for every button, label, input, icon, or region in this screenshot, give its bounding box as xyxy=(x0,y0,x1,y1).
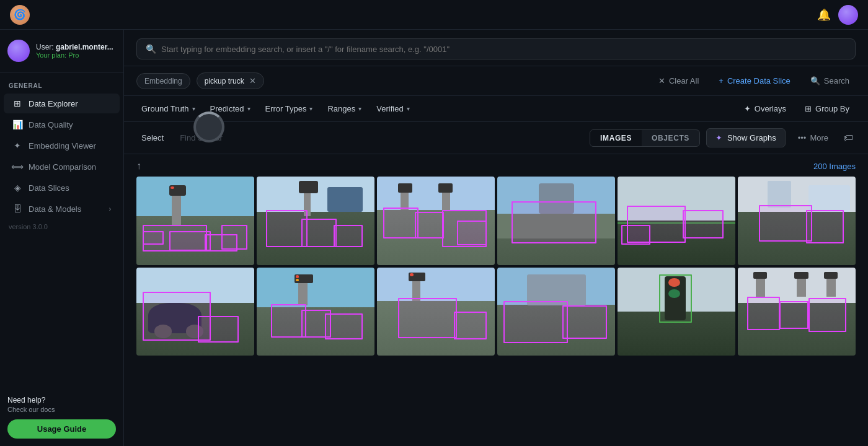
sidebar-user-avatar xyxy=(7,40,30,62)
filter-tag-embedding[interactable]: Embedding xyxy=(136,73,190,89)
search-button[interactable]: 🔍 Search xyxy=(804,73,856,89)
create-data-slice-button[interactable]: + Create Data Slice xyxy=(712,73,796,89)
select-button[interactable]: Select xyxy=(136,130,169,146)
chart-icon: 📊 xyxy=(12,120,22,129)
tag-button[interactable]: 🏷 xyxy=(841,130,856,146)
error-types-label: Error Types xyxy=(265,104,307,113)
grid-icon: ⊞ xyxy=(12,98,22,108)
graph-icon: ✦ xyxy=(715,133,722,142)
sidebar-item-data-explorer[interactable]: ⊞ Data Explorer xyxy=(4,94,120,113)
image-thumbnail xyxy=(377,268,495,356)
topbar-right: 🔔 xyxy=(817,5,858,25)
loading-spinner xyxy=(193,112,224,142)
image-cell[interactable] xyxy=(377,268,495,356)
sidebar-item-label: Embedding Viewer xyxy=(29,141,96,151)
find-similar-wrapper: Find Similar xyxy=(175,130,228,146)
overlays-icon: ✦ xyxy=(744,104,751,113)
image-cell[interactable] xyxy=(257,268,374,356)
more-label: More xyxy=(810,133,828,142)
image-cell[interactable] xyxy=(738,177,856,265)
show-graphs-button[interactable]: ✦ Show Graphs xyxy=(706,128,786,147)
sidebar-item-label: Data & Models xyxy=(29,204,81,214)
sidebar-item-label: Data Quality xyxy=(29,120,73,129)
predicted-label: Predicted xyxy=(210,104,244,113)
group-by-icon: ⊞ xyxy=(805,104,812,113)
search-input[interactable] xyxy=(161,45,846,54)
user-avatar[interactable] xyxy=(838,5,858,25)
verified-dropdown[interactable]: Verified ▾ xyxy=(371,101,414,116)
image-cell[interactable] xyxy=(257,177,374,265)
ground-truth-dropdown[interactable]: Ground Truth ▾ xyxy=(136,101,200,116)
sidebar-item-embedding-viewer[interactable]: ✦ Embedding Viewer xyxy=(4,136,120,155)
app-logo: 🌀 xyxy=(10,5,30,25)
search-input-wrapper: 🔍 xyxy=(136,38,856,59)
filter-bar: Embedding pickup truck ✕ ✕ Clear All + C… xyxy=(124,66,868,96)
sidebar-item-data-quality[interactable]: 📊 Data Quality xyxy=(4,115,120,134)
image-count-bar: ↑ 200 Images xyxy=(136,154,856,177)
image-cell[interactable] xyxy=(738,268,856,356)
ranges-label: Ranges xyxy=(327,104,355,113)
sidebar-user-section: User: gabriel.monter... Your plan: Pro xyxy=(0,30,123,72)
ranges-dropdown[interactable]: Ranges ▾ xyxy=(322,101,366,116)
image-cell[interactable] xyxy=(136,177,254,265)
images-toggle-button[interactable]: IMAGES xyxy=(590,130,642,146)
more-button[interactable]: ••• More xyxy=(792,129,835,147)
compare-icon: ⟺ xyxy=(12,162,22,172)
caret-down-icon: ▾ xyxy=(309,105,312,112)
image-thumbnail xyxy=(497,177,615,265)
upload-icon[interactable]: ↑ xyxy=(136,160,141,172)
sidebar: User: gabriel.monter... Your plan: Pro G… xyxy=(0,0,124,446)
plus-icon: + xyxy=(719,76,724,85)
search-label: Search xyxy=(824,76,849,85)
more-dots-icon: ••• xyxy=(798,133,807,142)
image-grid-row-1 xyxy=(136,177,856,265)
sidebar-item-label: Data Explorer xyxy=(29,99,78,108)
image-cell[interactable] xyxy=(497,177,615,265)
search-btn-icon: 🔍 xyxy=(810,76,820,85)
caret-down-icon: ▾ xyxy=(407,105,410,112)
overlays-button[interactable]: ✦ Overlays xyxy=(738,101,792,116)
image-cell[interactable] xyxy=(618,177,735,265)
image-thumbnail xyxy=(497,268,615,356)
overlays-label: Overlays xyxy=(755,104,786,113)
image-cell[interactable] xyxy=(618,268,735,356)
sidebar-section-label: GENERAL xyxy=(0,72,123,93)
image-thumbnail xyxy=(257,177,374,265)
filter-actions: ✕ Clear All + Create Data Slice 🔍 Search xyxy=(652,73,856,89)
docs-link[interactable]: Check our docs xyxy=(7,406,116,413)
caret-down-icon: ▾ xyxy=(247,105,250,112)
chevron-right-icon: › xyxy=(109,206,111,212)
image-cell[interactable] xyxy=(497,268,615,356)
main-content: 🔍 Embedding pickup truck ✕ ✕ Clear All +… xyxy=(124,30,868,446)
sidebar-item-data-slices[interactable]: ◈ Data Slices xyxy=(4,178,120,198)
group-by-button[interactable]: ⊞ Group By xyxy=(799,101,856,116)
close-icon: ✕ xyxy=(658,76,665,85)
objects-toggle-button[interactable]: OBJECTS xyxy=(642,130,699,146)
sidebar-item-label: Model Comparison xyxy=(29,162,96,172)
filter-remove-icon[interactable]: ✕ xyxy=(249,76,256,85)
sidebar-item-model-comparison[interactable]: ⟺ Model Comparison xyxy=(4,157,120,177)
filter-tag-pickup-truck[interactable]: pickup truck ✕ xyxy=(197,72,264,89)
group-by-label: Group By xyxy=(815,104,849,113)
image-area: ↑ 200 Images xyxy=(124,154,868,446)
image-count: 200 Images xyxy=(813,162,856,171)
database-icon: 🗄 xyxy=(12,204,22,214)
notification-bell-icon[interactable]: 🔔 xyxy=(817,8,831,22)
usage-guide-button[interactable]: Usage Guide xyxy=(7,419,116,439)
sidebar-item-data-models[interactable]: 🗄 Data & Models › xyxy=(4,199,120,219)
sidebar-user-plan: Your plan: Pro xyxy=(36,51,113,59)
image-thumbnail xyxy=(377,177,495,265)
toolbar: Ground Truth ▾ Predicted ▾ Error Types ▾… xyxy=(124,96,868,122)
view-controls: Select Find Similar IMAGES OBJECTS ✦ Sho… xyxy=(124,122,868,154)
error-types-dropdown[interactable]: Error Types ▾ xyxy=(260,101,318,116)
image-cell[interactable] xyxy=(136,268,254,356)
clear-all-label: Clear All xyxy=(669,76,699,85)
image-thumbnail xyxy=(738,268,856,356)
show-graphs-label: Show Graphs xyxy=(727,133,776,142)
image-grid-row-2 xyxy=(136,268,856,356)
search-bar: 🔍 xyxy=(124,30,868,66)
clear-all-button[interactable]: ✕ Clear All xyxy=(652,73,705,89)
filter-tag-type: Embedding xyxy=(144,77,182,85)
filter-tag-value: pickup truck xyxy=(205,77,244,85)
image-cell[interactable] xyxy=(377,177,495,265)
